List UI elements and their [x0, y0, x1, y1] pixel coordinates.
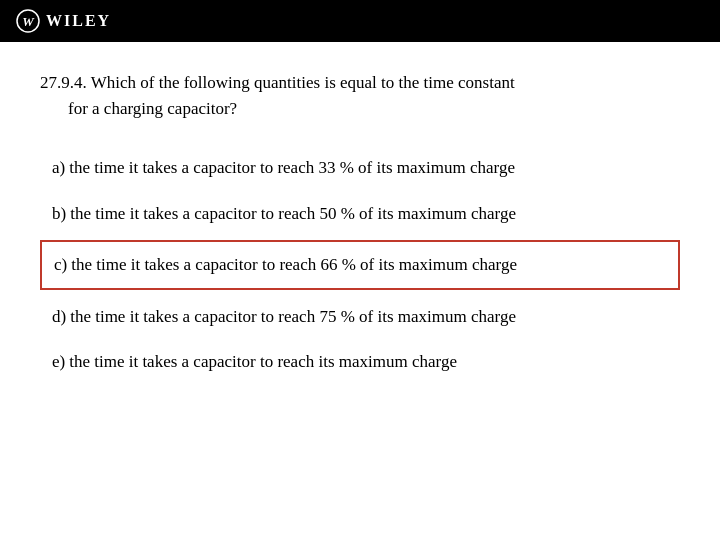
- option-text-1: the time it takes a capacitor to reach 5…: [70, 204, 516, 223]
- option-b[interactable]: b)the time it takes a capacitor to reach…: [40, 191, 680, 237]
- option-text-3: the time it takes a capacitor to reach 7…: [70, 307, 516, 326]
- content-area: 27.9.4. Which of the following quantitie…: [0, 42, 720, 405]
- option-label-3: d): [52, 307, 66, 326]
- option-label-0: a): [52, 158, 65, 177]
- option-c[interactable]: c)the time it takes a capacitor to reach…: [40, 240, 680, 290]
- wiley-logo-icon: W: [16, 9, 40, 33]
- wiley-brand-text: WILEY: [46, 12, 111, 30]
- option-label-4: e): [52, 352, 65, 371]
- options-list: a)the time it takes a capacitor to reach…: [40, 145, 680, 385]
- option-text-4: the time it takes a capacitor to reach i…: [69, 352, 457, 371]
- wiley-logo: W WILEY: [16, 9, 111, 33]
- option-a[interactable]: a)the time it takes a capacitor to reach…: [40, 145, 680, 191]
- header-bar: W WILEY: [0, 0, 720, 42]
- svg-text:W: W: [22, 14, 35, 29]
- option-label-2: c): [54, 255, 67, 274]
- option-label-1: b): [52, 204, 66, 223]
- option-text-2: the time it takes a capacitor to reach 6…: [71, 255, 517, 274]
- question-number: 27.9.4.: [40, 73, 87, 92]
- option-d[interactable]: d)the time it takes a capacitor to reach…: [40, 294, 680, 340]
- question-text: 27.9.4. Which of the following quantitie…: [40, 70, 680, 121]
- question-body-2: for a charging capacitor?: [40, 99, 237, 118]
- option-e[interactable]: e)the time it takes a capacitor to reach…: [40, 339, 680, 385]
- question-body: Which of the following quantities is equ…: [91, 73, 515, 92]
- option-text-0: the time it takes a capacitor to reach 3…: [69, 158, 515, 177]
